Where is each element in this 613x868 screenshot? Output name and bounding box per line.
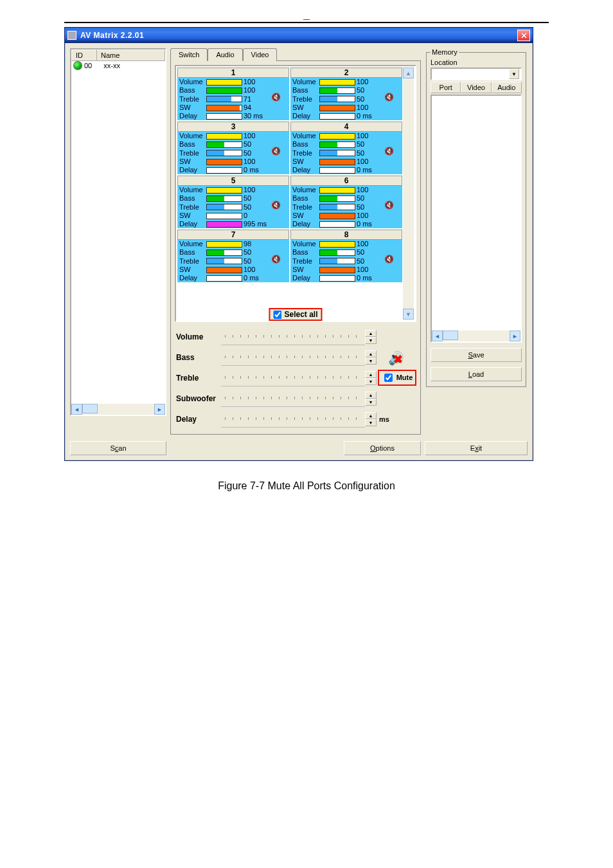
port-card[interactable]: 1 Volume 100 Bass 100 Treble 71 SW 94 De… xyxy=(177,68,289,120)
param-bar[interactable] xyxy=(206,213,242,219)
param-bar[interactable] xyxy=(319,87,355,94)
mem-col-video[interactable]: Video xyxy=(461,82,491,93)
param-bar[interactable] xyxy=(319,167,355,174)
scan-button[interactable]: Scan xyxy=(70,441,166,455)
port-card[interactable]: 5 Volume 100 Bass 50 Treble 50 SW 0 Dela… xyxy=(177,176,289,228)
param-bar[interactable] xyxy=(319,187,355,194)
port-mute-icon[interactable] xyxy=(272,95,281,104)
chevron-down-icon[interactable]: ▼ xyxy=(509,69,519,79)
param-bar[interactable] xyxy=(319,213,355,219)
tab-switch[interactable]: Switch xyxy=(170,48,208,61)
param-bar[interactable] xyxy=(319,96,355,102)
port-card-header[interactable]: 8 xyxy=(290,230,402,240)
close-button[interactable]: ✕ xyxy=(517,30,530,41)
param-bar[interactable] xyxy=(206,195,242,202)
port-card-header[interactable]: 7 xyxy=(177,230,289,240)
tab-audio[interactable]: Audio xyxy=(208,48,242,61)
load-button[interactable]: Load xyxy=(431,367,522,381)
param-bar[interactable] xyxy=(206,241,242,248)
param-bar[interactable] xyxy=(319,258,355,264)
param-bar[interactable] xyxy=(206,79,242,86)
global-delay-spin[interactable]: ▲▼ xyxy=(365,412,377,426)
global-mute-checkbox[interactable]: Mute xyxy=(378,370,417,386)
port-card-header[interactable]: 6 xyxy=(290,176,402,186)
param-bar[interactable] xyxy=(206,204,242,210)
global-subwoofer-slider[interactable] xyxy=(221,390,365,407)
col-id-header[interactable]: ID xyxy=(71,50,97,61)
port-card[interactable]: 3 Volume 100 Bass 50 Treble 50 SW 100 De… xyxy=(177,122,289,174)
global-volume-slider[interactable] xyxy=(221,329,365,345)
options-button[interactable]: Options xyxy=(344,441,421,455)
param-bar[interactable] xyxy=(206,249,242,256)
param-bar[interactable] xyxy=(206,221,242,228)
list-hscroll[interactable]: ◄ ► xyxy=(71,404,165,415)
port-card-header[interactable]: 4 xyxy=(290,122,402,132)
param-bar[interactable] xyxy=(319,275,355,282)
param-bar[interactable] xyxy=(206,150,242,156)
global-volume-spin[interactable]: ▲▼ xyxy=(365,330,377,344)
param-bar[interactable] xyxy=(319,221,355,228)
device-list[interactable]: ID Name 00 xx-xx ◄ ► xyxy=(70,48,166,416)
mem-col-port[interactable]: Port xyxy=(431,82,461,93)
param-bar[interactable] xyxy=(319,150,355,156)
port-card[interactable]: 8 Volume 100 Bass 50 Treble 50 SW 100 De… xyxy=(290,230,402,282)
param-bar[interactable] xyxy=(206,141,242,148)
param-bar[interactable] xyxy=(319,195,355,202)
port-mute-icon[interactable] xyxy=(385,149,394,158)
global-bass-spin[interactable]: ▲▼ xyxy=(365,350,377,365)
tab-video[interactable]: Video xyxy=(243,48,278,61)
memory-list[interactable]: ◄ ► xyxy=(431,95,522,343)
port-card-header[interactable]: 3 xyxy=(177,122,289,132)
param-bar[interactable] xyxy=(206,87,242,94)
select-all-checkbox[interactable]: Select all xyxy=(269,308,322,321)
port-card-header[interactable]: 5 xyxy=(177,176,289,186)
param-bar[interactable] xyxy=(319,79,355,86)
param-bar[interactable] xyxy=(206,187,242,194)
param-bar[interactable] xyxy=(206,96,242,102)
location-dropdown[interactable]: ▼ xyxy=(431,68,522,80)
port-card-header[interactable]: 2 xyxy=(290,68,402,78)
param-bar[interactable] xyxy=(319,267,355,273)
port-card[interactable]: 2 Volume 100 Bass 50 Treble 50 SW 100 De… xyxy=(290,68,402,120)
param-bar[interactable] xyxy=(319,241,355,248)
param-bar[interactable] xyxy=(206,133,242,140)
global-delay-slider[interactable] xyxy=(221,411,365,428)
port-card-header[interactable]: 1 xyxy=(177,68,289,78)
global-subwoofer-spin[interactable]: ▲▼ xyxy=(365,392,377,406)
mem-col-audio[interactable]: Audio xyxy=(492,82,522,93)
port-card[interactable]: 7 Volume 98 Bass 50 Treble 50 SW 100 Del… xyxy=(177,230,289,282)
port-mute-icon[interactable] xyxy=(385,95,394,104)
param-bar[interactable] xyxy=(319,204,355,210)
param-bar[interactable] xyxy=(319,113,355,120)
scroll-left-icon[interactable]: ◄ xyxy=(432,330,443,341)
global-bass-slider[interactable] xyxy=(221,349,365,366)
param-bar[interactable] xyxy=(319,159,355,165)
param-bar[interactable] xyxy=(206,258,242,264)
save-button[interactable]: Save xyxy=(431,348,522,362)
scroll-right-icon[interactable]: ► xyxy=(154,404,165,415)
port-card[interactable]: 6 Volume 100 Bass 50 Treble 50 SW 100 De… xyxy=(290,176,402,228)
mem-hscroll[interactable]: ◄ ► xyxy=(432,330,520,341)
param-bar[interactable] xyxy=(206,159,242,165)
param-bar[interactable] xyxy=(206,267,242,273)
param-bar[interactable] xyxy=(319,105,355,111)
port-mute-icon[interactable] xyxy=(272,203,281,212)
device-row[interactable]: 00 xx-xx xyxy=(71,61,165,70)
global-mute-check-input[interactable] xyxy=(384,374,393,382)
scroll-up-icon[interactable]: ▲ xyxy=(403,68,414,78)
cards-vscroll[interactable]: ▲ ▼ xyxy=(403,68,414,320)
param-bar[interactable] xyxy=(319,249,355,256)
port-card[interactable]: 4 Volume 100 Bass 50 Treble 50 SW 100 De… xyxy=(290,122,402,174)
scroll-right-icon[interactable]: ► xyxy=(510,330,520,341)
port-mute-icon[interactable] xyxy=(272,257,281,266)
param-bar[interactable] xyxy=(206,275,242,282)
param-bar[interactable] xyxy=(319,141,355,148)
scroll-left-icon[interactable]: ◄ xyxy=(71,404,82,415)
global-treble-slider[interactable] xyxy=(221,370,365,386)
param-bar[interactable] xyxy=(206,167,242,174)
param-bar[interactable] xyxy=(206,105,242,111)
port-mute-icon[interactable] xyxy=(272,149,281,158)
scroll-down-icon[interactable]: ▼ xyxy=(403,309,414,320)
exit-button[interactable]: Exit xyxy=(425,441,528,455)
select-all-check-input[interactable] xyxy=(273,311,281,319)
